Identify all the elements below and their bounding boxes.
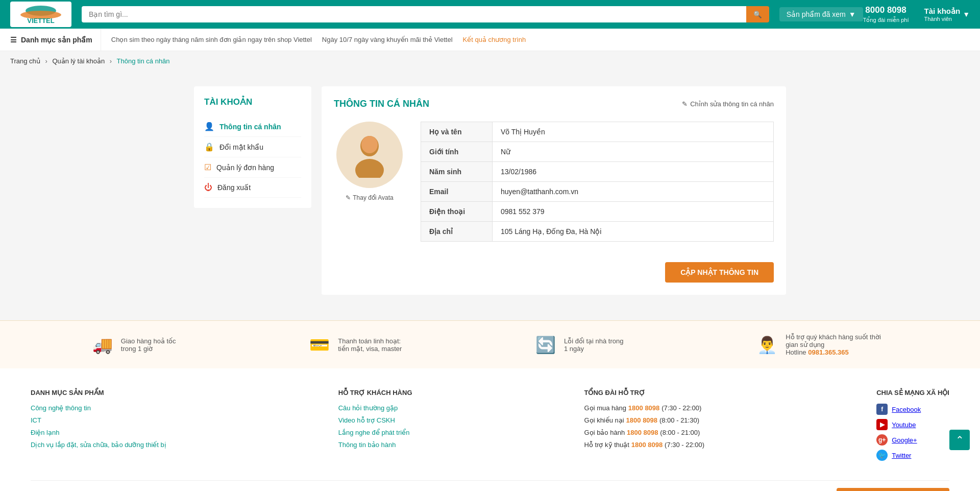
footer-link-video[interactable]: Video hỗ trợ CSKH (338, 416, 395, 424)
breadcrumb-home[interactable]: Trang chủ (10, 57, 40, 65)
nav-links: Chọn sim theo ngày tháng năm sinh đơn gi… (101, 36, 526, 43)
table-row: Email huyen@tatthanh.com.vn (421, 182, 774, 202)
twitter-link[interactable]: Twitter (892, 452, 911, 459)
field-value-name: Võ Thị Huyền (493, 122, 774, 142)
edit-label: Chỉnh sửa thông tin cá nhân (690, 100, 774, 108)
search-input[interactable] (82, 6, 746, 22)
payment-icon: 💳 (309, 335, 330, 355)
feature-payment: 💳 Thanh toán linh hoạt: tiền mặt, visa, … (309, 335, 402, 355)
footer-hotline-complaint: Gọi khiếu nại 1800 8098 (8:00 - 21:30) (584, 416, 705, 424)
profile-body: ✎ Thay đổi Avata Họ và tên Võ Thị Huyền … (334, 122, 774, 242)
nav-link-promo[interactable]: Ngày 10/7 ngày vàng khuyến mãi thẻ Viett… (322, 36, 453, 43)
feature-delivery-text: Giao hàng hoả tốc trong 1 giờ (121, 337, 176, 353)
nav-link-sim[interactable]: Chọn sim theo ngày tháng năm sinh đơn gi… (111, 36, 312, 43)
social-twitter[interactable]: 🐦 Twitter (876, 450, 949, 461)
logo[interactable]: VIETTEL (10, 2, 71, 27)
sidebar-label-logout: Đăng xuất (217, 183, 251, 192)
sidebar-item-password[interactable]: 🔒 Đổi mật khẩu (204, 137, 301, 157)
support-icon: 👨‍💼 (757, 335, 777, 355)
phone-subtitle: Tổng đài miễn phí (863, 17, 909, 23)
avatar-change-btn[interactable]: ✎ Thay đổi Avata (346, 194, 394, 201)
footer-link-dienlạnh[interactable]: Điện lạnh (31, 429, 59, 436)
footer-col3-items: Gọi mua hàng 1800 8098 (7:30 - 22:00) Gọ… (584, 404, 705, 449)
youtube-icon: ▶ (876, 419, 888, 430)
social-facebook[interactable]: f Facebook (876, 404, 949, 415)
menu-button[interactable]: ☰ Danh mục sản phẩm (10, 29, 101, 51)
feature-payment-text: Thanh toán linh hoạt: tiền mặt, visa, ma… (338, 337, 402, 353)
footer-link-dichvu[interactable]: Dịch vụ lắp đặt, sửa chữa, bảo dưỡng thi… (31, 441, 166, 449)
field-value-phone: 0981 552 379 (493, 202, 774, 222)
account-btn[interactable]: Tài khoản Thành viên ▼ (924, 7, 970, 22)
header-right: 8000 8098 Tổng đài miễn phí Tài khoản Th… (863, 5, 970, 24)
breadcrumb-current: Thông tin cá nhân (117, 57, 170, 65)
scroll-top-btn[interactable]: ⌃ (949, 430, 970, 450)
subscribe-button[interactable]: ✉ Để lại tin nhắn cho chúng tôi (837, 488, 949, 491)
field-value-address: 105 Láng Hạ, Đống Đa, Hà Nội (493, 222, 774, 242)
footer-link-warranty[interactable]: Thông tin bảo hành (338, 441, 396, 449)
footer-col3-title: TỔNG ĐÀI HỖ TRỢ (584, 389, 705, 396)
googleplus-link[interactable]: Google+ (892, 436, 917, 444)
facebook-icon: f (876, 404, 888, 415)
search-button[interactable]: 🔍 (746, 6, 769, 22)
main-content: TÀI KHOẢN 👤 Thông tin cá nhân 🔒 Đổi mật … (184, 76, 796, 305)
avatar-section: ✎ Thay đổi Avata (334, 122, 405, 242)
twitter-icon: 🐦 (876, 450, 888, 461)
avatar (336, 122, 403, 188)
field-value-email: huyen@tatthanh.com.vn (493, 182, 774, 202)
viewed-products-btn[interactable]: Sản phẩm đã xem ▼ (779, 7, 863, 21)
field-label-address: Địa chỉ (421, 222, 493, 242)
footer-col1-links: Công nghệ thông tin ICT Điện lạnh Dịch v… (31, 404, 166, 449)
nav-link-result[interactable]: Kết quả chương trình (463, 36, 526, 43)
profile-info-table: Họ và tên Võ Thị Huyền Giới tính Nữ Năm … (421, 122, 774, 242)
footer-link-feedback[interactable]: Lắng nghe để phát triển (338, 429, 410, 436)
footer-link-faq[interactable]: Câu hỏi thường gặp (338, 404, 398, 412)
user-icon: 👤 (204, 122, 214, 131)
footer-link-ict[interactable]: ICT (31, 416, 41, 424)
footer-link-cntt[interactable]: Công nghệ thông tin (31, 404, 91, 412)
support-text2: Hotline (786, 348, 806, 356)
delivery-text2: trong 1 giờ (121, 345, 153, 353)
edit-profile-link[interactable]: ✎ Chỉnh sửa thông tin cá nhân (682, 100, 774, 108)
nav-bar: ☰ Danh mục sản phẩm Chọn sim theo ngày t… (0, 29, 980, 51)
breadcrumb-sep2: › (110, 57, 112, 65)
feature-delivery: 🚚 Giao hàng hoả tốc trong 1 giờ (92, 335, 176, 355)
social-youtube[interactable]: ▶ Youtube (876, 419, 949, 430)
feature-return: 🔄 Lỗi đổi tại nhà trong 1 ngày (535, 335, 624, 355)
sidebar-item-orders[interactable]: ☑ Quản lý đơn hàng (204, 157, 301, 178)
field-label-dob: Năm sinh (421, 162, 493, 182)
svg-text:VIETTEL: VIETTEL (27, 17, 55, 24)
footer-hotline-tech: Hỗ trợ kỹ thuật 1800 8098 (7:30 - 22:00) (584, 440, 705, 449)
footer-columns: DANH MỤC SẢN PHẨM Công nghệ thông tin IC… (31, 389, 949, 465)
update-info-button[interactable]: CẬP NHẬT THÔNG TIN (665, 262, 774, 283)
footer-col-products: DANH MỤC SẢN PHẨM Công nghệ thông tin IC… (31, 389, 166, 465)
profile-title: THÔNG TIN CÁ NHÂN (334, 99, 429, 109)
footer-hotline-warranty: Gọi bảo hành 1800 8098 (8:00 - 21:00) (584, 428, 705, 436)
profile-panel: THÔNG TIN CÁ NHÂN ✎ Chỉnh sửa thông tin … (322, 86, 786, 295)
support-text1: Hỗ trợ quý khách hàng suốt thời gian sử … (786, 333, 881, 348)
viewed-products-label: Sản phẩm đã xem (787, 10, 846, 18)
hamburger-icon: ☰ (10, 36, 17, 44)
facebook-link[interactable]: Facebook (892, 406, 921, 413)
sidebar-item-logout[interactable]: ⏻ Đăng xuất (204, 178, 301, 198)
footer-col-support: HỖ TRỢ KHÁCH HÀNG Câu hỏi thường gặp Vid… (338, 389, 412, 465)
youtube-link[interactable]: Youtube (892, 421, 916, 429)
svg-point-4 (355, 159, 384, 178)
footer-col-social: CHIA SẺ MẠNG XÃ HỘI f Facebook ▶ Youtube… (876, 389, 949, 465)
sidebar-label-profile: Thông tin cá nhân (219, 123, 281, 131)
payment-text2: tiền mặt, visa, master (338, 345, 402, 353)
chevron-down-icon: ▼ (849, 10, 856, 18)
sidebar-label-password: Đổi mật khẩu (219, 143, 263, 151)
header: VIETTEL 🔍 Sản phẩm đã xem ▼ 8000 8098 Tổ… (0, 0, 980, 29)
profile-header: THÔNG TIN CÁ NHÂN ✎ Chỉnh sửa thông tin … (334, 99, 774, 109)
breadcrumb-manage[interactable]: Quản lý tài khoản (52, 57, 105, 65)
sidebar-item-profile[interactable]: 👤 Thông tin cá nhân (204, 116, 301, 137)
delivery-text1: Giao hàng hoả tốc (121, 337, 176, 345)
sidebar: TÀI KHOẢN 👤 Thông tin cá nhân 🔒 Đổi mật … (194, 86, 311, 208)
footer-col-hotline: TỔNG ĐÀI HỖ TRỢ Gọi mua hàng 1800 8098 (… (584, 389, 705, 465)
table-row: Năm sinh 13/02/1986 (421, 162, 774, 182)
phone-info: 8000 8098 Tổng đài miễn phí (863, 5, 909, 24)
account-label: Tài khoản (924, 7, 960, 16)
feature-bar: 🚚 Giao hàng hoả tốc trong 1 giờ 💳 Thanh … (0, 320, 980, 368)
social-googleplus[interactable]: g+ Google+ (876, 434, 949, 446)
lock-icon: 🔒 (204, 142, 214, 152)
